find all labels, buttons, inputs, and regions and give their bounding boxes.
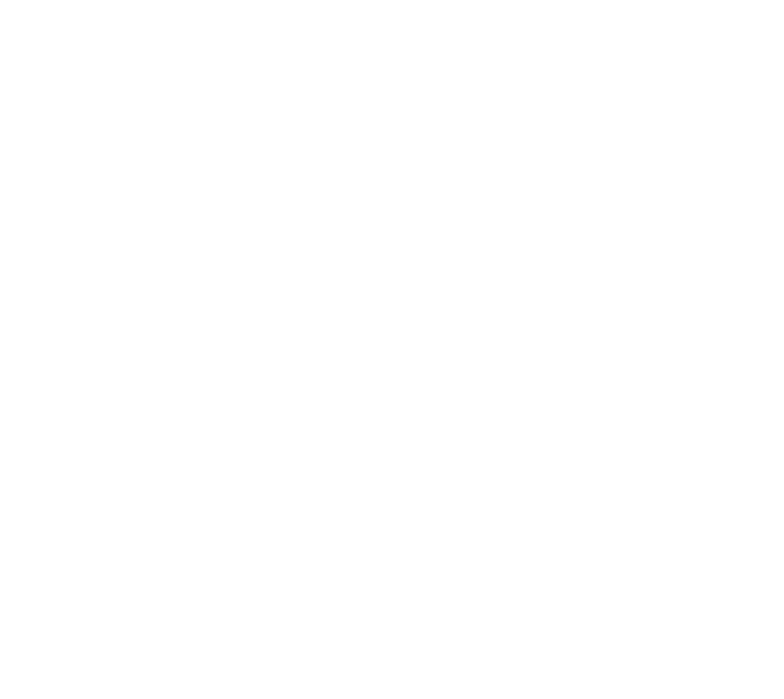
flowchart-container bbox=[0, 0, 784, 699]
arrows-svg bbox=[0, 0, 784, 699]
